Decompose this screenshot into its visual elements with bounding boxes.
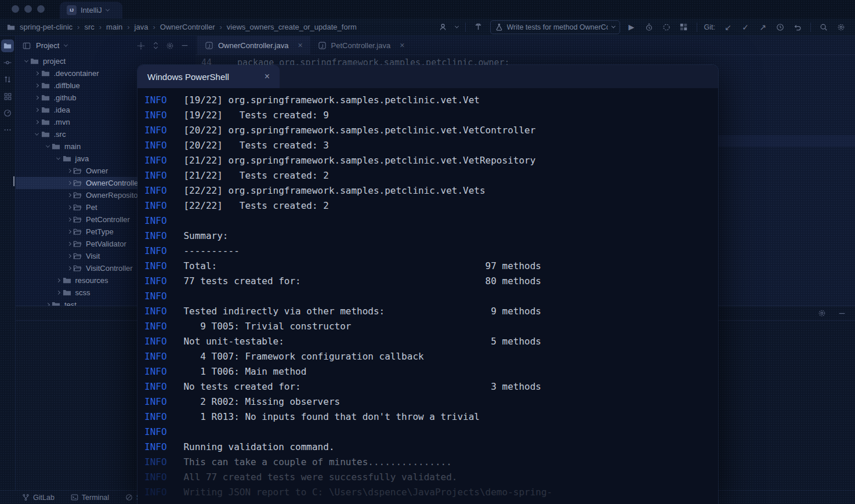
chevron-right-icon[interactable] [55, 291, 63, 294]
chevron-down-icon[interactable] [55, 157, 63, 160]
hide-panel-icon[interactable] [836, 310, 847, 317]
locate-file-icon[interactable] [136, 42, 146, 50]
chevron-right-icon[interactable] [33, 108, 41, 111]
expand-collapse-icon[interactable] [150, 42, 161, 49]
breadcrumb-item[interactable]: OwnerController [160, 23, 215, 31]
project-panel-title: Project [36, 41, 59, 50]
window-close-button[interactable] [12, 5, 19, 13]
project-panel-icon [21, 42, 32, 50]
chevron-right-icon[interactable] [65, 255, 73, 258]
rollback-undo-icon[interactable] [792, 21, 803, 33]
chevron-right-icon[interactable] [65, 206, 73, 209]
chevron-right-icon[interactable] [65, 194, 73, 197]
git-update-icon[interactable]: ↙ [722, 21, 734, 33]
structure-tool-icon[interactable] [1, 90, 14, 103]
chevron-right-icon[interactable] [65, 242, 73, 245]
chevron-right-icon[interactable] [55, 279, 63, 282]
editor-tab-ownercontroller-java[interactable]: OwnerController.java× [197, 36, 310, 55]
chevron-down-icon[interactable] [455, 24, 459, 28]
profile-stopwatch-icon[interactable] [643, 21, 655, 33]
search-icon[interactable] [818, 21, 829, 33]
hide-panel-icon[interactable] [179, 42, 190, 49]
pull-requests-tool-icon[interactable] [1, 73, 14, 86]
terminal-line: INFO 77 tests created for: 80 methods [144, 274, 718, 289]
chevron-down-icon[interactable] [22, 60, 30, 63]
class-folder-icon [73, 203, 82, 212]
log-level-info: INFO [144, 456, 167, 467]
editor-tab-label: OwnerController.java [218, 41, 288, 50]
close-icon[interactable]: × [298, 41, 302, 50]
log-message: [19/22] Tests created: 9 [167, 110, 329, 121]
debug-circle-icon[interactable] [661, 21, 672, 33]
chevron-right-icon[interactable] [65, 267, 73, 270]
tree-item-label: OwnerRepository [86, 191, 144, 200]
log-level-info: INFO [144, 140, 167, 151]
log-message: ---------- [167, 245, 240, 256]
toolbar-divider [810, 23, 811, 32]
close-icon[interactable]: × [400, 41, 404, 50]
terminal-line: INFO [21/22] org.springframework.samples… [144, 153, 718, 168]
chevron-right-icon[interactable] [65, 218, 73, 221]
log-level-info: INFO [144, 411, 167, 422]
folder-icon [41, 106, 50, 115]
breadcrumb-item[interactable]: views_owners_create_or_update_form [227, 23, 357, 31]
chevron-right-icon[interactable] [65, 182, 73, 184]
profiler-gauge-icon[interactable] [1, 107, 14, 119]
log-message: 77 tests created for: 80 methods [167, 275, 541, 287]
editor-tab-petcontroller-java[interactable]: PetController.java× [310, 36, 412, 55]
chevron-right-icon[interactable] [33, 84, 41, 87]
breadcrumb-item[interactable]: spring-pet-clinic [20, 23, 73, 31]
code-with-me-user-icon[interactable] [438, 21, 450, 33]
log-level-info: INFO [144, 441, 167, 452]
tree-item-label: .github [54, 93, 77, 102]
history-clock-icon[interactable] [774, 21, 786, 33]
panel-options-gear-icon[interactable] [165, 42, 175, 50]
folder-icon [30, 57, 39, 66]
project-tool-icon[interactable] [1, 39, 14, 52]
tree-item-label: java [75, 154, 89, 163]
log-message: No tests created for: 3 methods [167, 381, 541, 392]
git-commit-check-icon[interactable]: ✓ [740, 21, 751, 33]
coverage-grid-icon[interactable] [678, 21, 690, 33]
git-push-icon[interactable]: ↗ [757, 21, 769, 33]
chevron-right-icon[interactable] [33, 96, 41, 99]
window-minimize-button[interactable] [24, 5, 32, 13]
chevron-down-icon[interactable] [33, 133, 41, 136]
status-bar-item-gitlab[interactable]: GitLab [22, 494, 55, 502]
run-configuration-select[interactable]: Write tests for method OwnerController [490, 20, 620, 34]
chevron-down-icon[interactable] [44, 145, 52, 148]
more-tools-icon[interactable] [1, 124, 14, 136]
log-level-info: INFO [144, 200, 167, 211]
breadcrumb-separator: › [99, 23, 102, 31]
status-bar-item-terminal[interactable]: Terminal [71, 494, 109, 502]
chevron-right-icon[interactable] [33, 72, 41, 75]
terminal-line: INFO 4 T007: Framework configuration cal… [144, 349, 718, 364]
os-app-tab[interactable]: IJ IntelliJ [60, 2, 122, 19]
powershell-header: Windows PowerShell × [137, 65, 718, 88]
breadcrumb-item[interactable]: src [84, 23, 94, 31]
chevron-right-icon[interactable] [33, 121, 41, 124]
chevron-down-icon [611, 24, 615, 28]
tree-item-label: .src [54, 130, 66, 139]
commit-tool-icon[interactable] [1, 56, 14, 69]
chevron-down-icon[interactable] [64, 43, 68, 47]
build-hammer-icon[interactable] [473, 21, 484, 33]
terminal-output[interactable]: INFO [19/22] org.springframework.samples… [137, 88, 718, 500]
breadcrumb-item[interactable]: java [135, 23, 148, 31]
powershell-tab[interactable]: Windows PowerShell × [137, 65, 280, 88]
terminal-line: INFO 1 T006: Main method [144, 364, 718, 379]
breadcrumb-item[interactable]: main [106, 23, 122, 31]
log-level-info: INFO [144, 125, 167, 136]
panel-settings-gear-icon[interactable] [817, 309, 827, 317]
close-icon[interactable]: × [265, 72, 270, 81]
log-message: 9 T005: Trivial constructor [167, 321, 352, 332]
chevron-right-icon[interactable] [65, 169, 73, 172]
window-zoom-button[interactable] [37, 5, 45, 13]
log-message: All 77 created tests were successfully v… [167, 472, 458, 483]
chevron-right-icon[interactable] [65, 230, 73, 233]
log-message: This can take a couple of minutes.......… [167, 456, 452, 467]
run-button[interactable]: ▶ [626, 21, 637, 33]
terminal-line: INFO Tested indirectly via other methods… [144, 304, 718, 319]
log-level-info: INFO [144, 351, 167, 362]
settings-gear-icon[interactable] [835, 21, 847, 33]
